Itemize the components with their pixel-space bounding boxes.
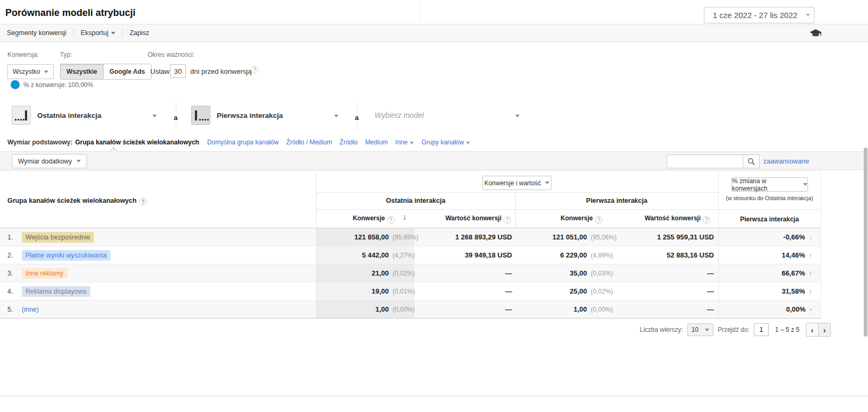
type-toggle: Wszystkie Google Ads [60,64,151,80]
conversion-select[interactable]: Wszystko [7,64,54,79]
chevron-down-icon[interactable] [334,115,338,117]
table-row[interactable]: 2.Płatne wyniki wyszukiwania 5 442,00(4,… [0,246,821,264]
change-percent: -0,66% [783,233,805,241]
save-button[interactable]: Zapisz [123,29,156,37]
channel-label[interactable]: Reklama displayowa [22,286,90,297]
change-metric-dropdown[interactable]: % zmiana w konwersjach [731,177,808,192]
secondary-dimension-button[interactable]: Wymiar dodatkowy [12,154,87,168]
first-conversion-value: 1 255 959,31 USD [616,233,718,241]
model2-label: Pierwsza interakcja [217,111,283,119]
first-conversions-pct: (95,06%) [587,234,614,241]
date-range-selector[interactable]: 1 cze 2022 - 27 lis 2022 [704,7,814,23]
lookback-days-input[interactable] [170,64,186,78]
previous-page-button[interactable]: ‹ [806,323,819,337]
chevron-down-icon[interactable] [515,115,520,117]
goto-page-label: Przejdź do: [718,326,750,333]
dimension-link-channel-groupings[interactable]: Grupy kanałów [421,139,470,146]
last-conversion-value: — [414,305,515,313]
lookback-suffix-label: dni przed konwersją [190,67,252,75]
type-all-button[interactable]: Wszystkie [61,64,103,79]
table-border [821,170,821,319]
model3-placeholder[interactable]: Wybierz model [375,111,424,119]
trend-flat-icon: ● [810,307,812,312]
last-conversions-pct: (4,27%) [389,252,413,259]
goto-page-input[interactable] [754,323,769,336]
table-row[interactable]: 4.Reklama displayowa 19,00(0,01%) — 25,0… [0,282,821,301]
chevron-down-icon [76,160,81,162]
last-conversions-value: 121 858,00 [354,233,389,241]
last-conversions-pct: (0,00%) [389,306,413,313]
column-header-conversions-first[interactable]: Konwersje? [515,214,616,224]
change-percent: 66,67% [781,269,805,277]
dimension-column-header: Grupa kanałów ścieżek wielokanałowych? [7,197,147,205]
first-conversions-value: 6 229,00 [560,251,587,259]
trend-up-icon: ↑ [809,287,813,295]
dimension-link-other[interactable]: Inne [395,139,414,146]
first-conversions-value: 35,00 [569,269,587,277]
row-rank: 1. [7,234,22,241]
channel-label[interactable]: Inne reklamy [22,268,67,279]
change-percent: 31,58% [781,287,805,295]
first-interaction-model-icon [191,106,210,125]
type-google-ads-button[interactable]: Google Ads [103,64,151,79]
column-header-conversions-last[interactable]: Konwersje? [353,214,395,224]
channel-label[interactable]: Płatne wyniki wyszukiwania [22,250,110,261]
chevron-down-icon [806,14,810,16]
footer-divider [0,396,868,396]
first-conversions-pct: (0,00%) [587,306,614,313]
first-conversion-value: 52 883,16 USD [616,251,718,259]
metric-selector-dropdown[interactable]: Konwersje i wartość [482,176,551,190]
dimension-link-source-medium[interactable]: Źródło / Medium [286,139,333,146]
primary-dimension-label: Wymiar podstawowy: [7,139,72,146]
last-conversions-pct: (0,01%) [389,288,413,295]
trend-down-icon: ↓ [809,233,813,241]
column-header-value-first[interactable]: Wartość konwersji? [616,214,718,224]
help-icon[interactable]: ? [387,216,395,224]
channel-label[interactable]: Wejścia bezpośrednie [22,232,94,243]
help-icon[interactable]: ? [251,66,258,73]
channel-label[interactable]: (inne) [22,304,42,315]
row-rank: 2. [7,252,22,259]
help-icon[interactable]: ? [504,216,511,224]
table-row[interactable]: 1.Wejścia bezpośrednie 121 858,00(95,69%… [0,228,821,246]
sort-descending-icon[interactable]: ↓ [403,212,407,221]
dimension-link-source[interactable]: Źródło [339,139,358,146]
last-conversions-pct: (0,02%) [389,270,413,277]
lookback-set-label: Ustaw [150,67,169,75]
table-search-input[interactable] [667,154,743,168]
column-header-value-last[interactable]: Wartość konwersji? [414,214,515,224]
dimension-link-medium[interactable]: Medium [365,139,388,146]
conversion-share-label: % z konwersje: 100,00% [23,81,93,89]
table-row[interactable]: 5.(inne) 1,00(0,00%) — 1,00(0,00%) — 0,0… [0,301,821,319]
first-conversions-value: 121 051,00 [552,233,587,241]
search-button[interactable] [743,154,760,168]
help-icon[interactable]: ? [139,198,147,205]
rows-per-page-select[interactable]: 10 [687,323,713,336]
help-icon[interactable]: ? [595,216,602,224]
export-button[interactable]: Eksportuj [74,29,123,37]
conversion-segments-button[interactable]: Segmenty konwersji [0,29,74,37]
academy-graduation-cap-icon[interactable] [810,29,822,40]
first-conversion-value: — [616,287,718,295]
chevron-down-icon [803,183,807,186]
chevron-down-icon [410,142,414,144]
change-percent: 14,46% [781,251,805,259]
advanced-search-link[interactable]: zaawansowane [763,158,809,165]
type-label: Typ: [60,51,72,58]
row-rank: 3. [7,270,22,277]
chevron-down-icon [466,142,470,144]
chevron-down-icon[interactable] [152,115,157,117]
scrollbar-thumb[interactable] [864,148,867,337]
table-row[interactable]: 3.Inne reklamy 21,00(0,02%) — 35,00(0,03… [0,264,821,282]
help-icon[interactable]: ? [703,216,710,224]
table-border [316,209,821,210]
report-toolbar: Segmenty konwersji Eksportuj Zapisz [0,24,868,42]
dimension-selected-mcf-channel-grouping[interactable]: Grupa kanałów ścieżek wielokanałowych [75,139,199,146]
next-page-button[interactable]: › [818,323,831,337]
last-conversions-value: 19,00 [371,287,389,295]
column-header-change: Pierwsza interakcja [718,216,821,223]
first-conversions-value: 1,00 [574,305,587,313]
table-body: 1.Wejścia bezpośrednie 121 858,00(95,69%… [0,228,821,319]
search-icon [747,158,755,166]
dimension-link-default-channel-grouping[interactable]: Domyślna grupa kanałów [207,139,279,146]
